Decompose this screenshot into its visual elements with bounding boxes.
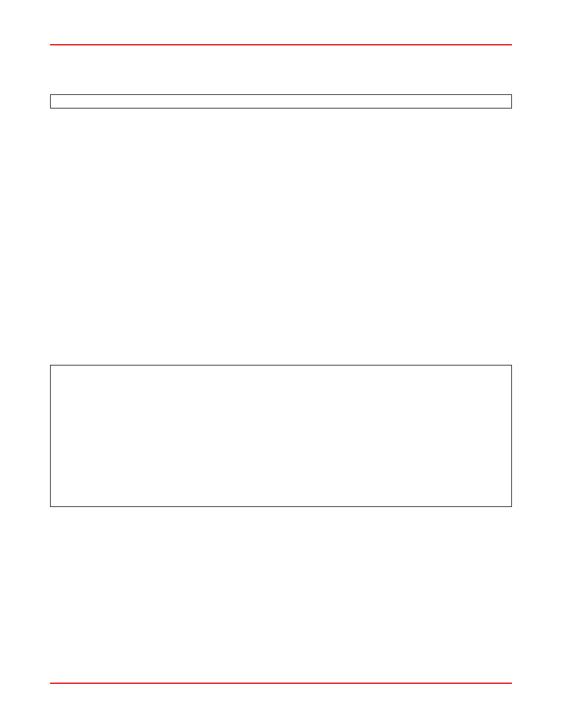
header-rule	[50, 44, 512, 45]
footer-rule	[50, 683, 512, 684]
content-box-small	[50, 94, 512, 108]
content-box-large	[50, 365, 512, 507]
